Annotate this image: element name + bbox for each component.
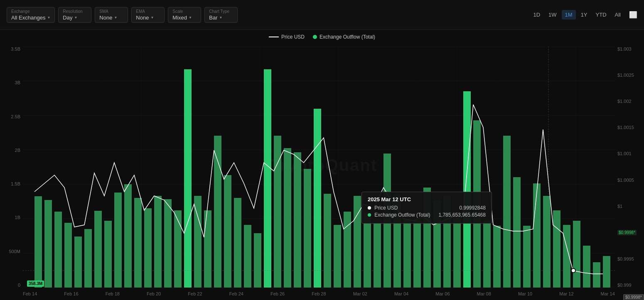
- x-label-mar08: Mar 08: [477, 291, 491, 296]
- bar-1: [34, 196, 42, 288]
- y-left-6: 500M: [9, 249, 20, 254]
- bar-35: [374, 223, 381, 288]
- y-right-1: $1.0025: [617, 73, 634, 78]
- chart-legend: Price USD Exchange Outflow (Total): [269, 34, 375, 40]
- y-right-6: $1: [617, 204, 622, 209]
- exchange-label: Exchange: [11, 9, 29, 14]
- x-label-mar12: Mar 12: [559, 291, 573, 296]
- bar-43: [453, 215, 461, 288]
- sma-label: SMA: [99, 9, 108, 14]
- y-right-2: $1.002: [617, 99, 632, 104]
- bar-16: [184, 69, 192, 288]
- current-price-label: $0.9998*: [623, 294, 644, 300]
- bar-57: [593, 262, 600, 288]
- scale-arrow-icon: ▼: [189, 16, 192, 20]
- bar-14: [164, 199, 172, 288]
- time-btn-1y[interactable]: 1Y: [578, 10, 591, 20]
- exchange-value: All Exchanges ▼: [11, 15, 50, 21]
- bar-52: [543, 196, 551, 288]
- y-left-4: 1.5B: [11, 181, 20, 186]
- bar-21: [234, 198, 241, 288]
- x-label-mar10: Mar 10: [518, 291, 532, 296]
- time-range-buttons: 1D 1W 1M 1Y YTD All ⬜: [530, 10, 637, 20]
- bar-22: [244, 225, 251, 288]
- toolbar: Exchange All Exchanges ▼ Resolution Day …: [0, 0, 644, 30]
- bar-6: [84, 229, 92, 288]
- bar-17: [194, 196, 202, 288]
- calendar-icon[interactable]: ⬜: [629, 11, 637, 19]
- ema-dropdown[interactable]: EMA None ▼: [131, 7, 165, 23]
- y-right-7: $0.9998*: [617, 230, 637, 235]
- bar-56: [583, 246, 590, 288]
- bar-15: [174, 210, 182, 288]
- legend-price-line: [269, 37, 279, 37]
- time-btn-all[interactable]: All: [612, 10, 624, 20]
- x-label-feb20: Feb 20: [147, 291, 161, 296]
- legend-price-label: Price USD: [281, 34, 305, 40]
- x-label-mar06: Mar 06: [435, 291, 450, 296]
- current-bar-label: 358.3M: [27, 280, 44, 287]
- x-label-feb16: Feb 16: [64, 291, 78, 296]
- bar-49: [513, 177, 521, 288]
- y-right-5: $1.0005: [617, 178, 634, 183]
- charttype-label: Chart Type: [209, 9, 229, 14]
- bar-3: [54, 212, 62, 288]
- bar-23: [254, 233, 261, 288]
- bar-12: [144, 208, 152, 288]
- sma-dropdown[interactable]: SMA None ▼: [95, 7, 128, 23]
- bar-4: [64, 223, 72, 288]
- legend-outflow-label: Exchange Outflow (Total): [320, 34, 375, 40]
- bar-25: [274, 136, 281, 288]
- bar-45: [473, 120, 481, 288]
- bar-47: [493, 226, 501, 288]
- bar-48: [503, 136, 511, 288]
- bar-11: [134, 198, 142, 288]
- bar-53: [553, 210, 560, 288]
- x-label-feb14: Feb 14: [23, 291, 37, 296]
- bar-44: [463, 91, 471, 288]
- x-label-feb26: Feb 26: [270, 291, 285, 296]
- bar-8: [104, 221, 112, 288]
- y-left-3: 2B: [15, 148, 20, 153]
- bar-39: [413, 220, 421, 288]
- legend-outflow: Exchange Outflow (Total): [313, 34, 375, 40]
- y-left-2: 2.5B: [11, 114, 20, 119]
- exchange-dropdown[interactable]: Exchange All Exchanges ▼: [7, 7, 55, 23]
- scale-dropdown[interactable]: Scale Mixed ▼: [168, 7, 201, 23]
- bar-37: [393, 194, 401, 288]
- exchange-arrow-icon: ▼: [47, 16, 50, 20]
- x-label-mar04: Mar 04: [394, 291, 408, 296]
- bar-24: [264, 69, 271, 288]
- bar-50: [523, 226, 531, 288]
- x-label-mar14: Mar 14: [601, 291, 615, 296]
- bar-18: [204, 210, 211, 288]
- legend-outflow-dot: [313, 35, 317, 39]
- bar-2: [44, 200, 52, 288]
- ema-label: EMA: [136, 9, 145, 14]
- y-right-4: $1.001: [617, 151, 632, 156]
- x-label-mar02: Mar 02: [353, 291, 367, 296]
- bar-5: [74, 237, 82, 288]
- time-btn-1d[interactable]: 1D: [530, 10, 543, 20]
- time-btn-ytd[interactable]: YTD: [592, 10, 610, 20]
- charttype-dropdown[interactable]: Chart Type Bar ▼: [204, 7, 238, 23]
- scale-value: Mixed ▼: [172, 15, 192, 21]
- x-label-feb28: Feb 28: [312, 291, 326, 296]
- y-axis-right: $1.003 $1.0025 $1.002 $1.0015 $1.001 $1.…: [615, 46, 644, 288]
- bar-42: [443, 196, 451, 288]
- bar-29: [314, 109, 321, 288]
- bar-40: [423, 188, 431, 288]
- ema-value: None ▼: [136, 15, 154, 21]
- resolution-dropdown[interactable]: Resolution Day ▼: [58, 7, 91, 23]
- y-right-3: $1.0015: [617, 125, 634, 130]
- y-left-5: 1B: [15, 215, 20, 220]
- ema-arrow-icon: ▼: [150, 16, 154, 20]
- y-left-1: 3B: [15, 80, 20, 85]
- resolution-label: Resolution: [63, 9, 82, 14]
- time-btn-1w[interactable]: 1W: [545, 10, 560, 20]
- resolution-value: Day ▼: [63, 15, 77, 21]
- bar-19: [214, 136, 221, 288]
- chart-svg-area: 358.3M: [23, 46, 615, 288]
- time-btn-1m[interactable]: 1M: [562, 10, 576, 20]
- x-label-feb24: Feb 24: [229, 291, 243, 296]
